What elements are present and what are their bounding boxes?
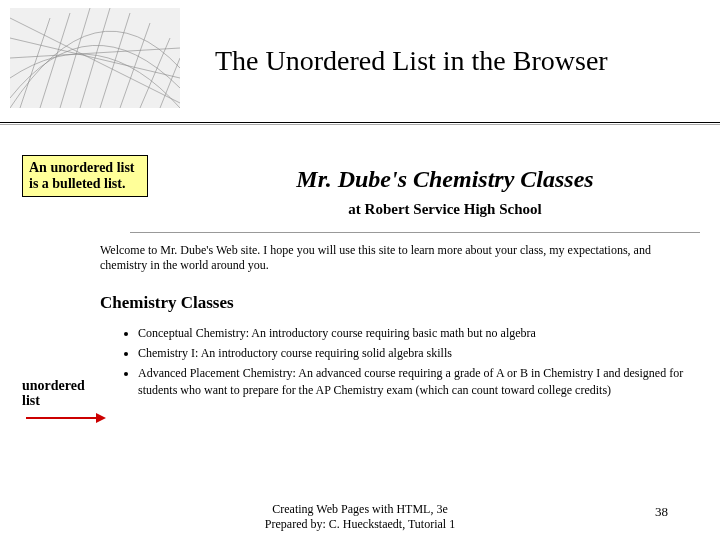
welcome-paragraph: Welcome to Mr. Dube's Web site. I hope y… (100, 243, 690, 273)
page-number: 38 (655, 504, 668, 520)
decorative-mesh-image (10, 8, 180, 108)
list-item: Advanced Placement Chemistry: An advance… (138, 365, 698, 397)
footer-line-2: Prepared by: C. Hueckstaedt, Tutorial 1 (0, 517, 720, 532)
page-heading: Mr. Dube's Chemistry Classes (190, 166, 700, 193)
list-item: Conceptual Chemistry: An introductory co… (138, 325, 698, 341)
slide-header: The Unordered List in the Browser (0, 0, 720, 115)
divider (0, 122, 720, 123)
unordered-list: Conceptual Chemistry: An introductory co… (120, 325, 700, 398)
svg-marker-2 (96, 413, 106, 423)
browser-preview: Mr. Dube's Chemistry Classes at Robert S… (130, 160, 700, 402)
callout-text: An unordered list is a bulleted list. (29, 160, 135, 191)
slide-title: The Unordered List in the Browser (215, 45, 608, 77)
slide-footer: Creating Web Pages with HTML, 3e Prepare… (0, 502, 720, 532)
footer-line-1: Creating Web Pages with HTML, 3e (0, 502, 720, 517)
list-item: Chemistry I: An introductory course requ… (138, 345, 698, 361)
arrow-label: unordered list (22, 378, 102, 409)
horizontal-rule (130, 232, 700, 233)
page-subheading: at Robert Service High School (190, 201, 700, 218)
divider-shadow (0, 124, 720, 125)
section-heading: Chemistry Classes (100, 293, 700, 313)
arrow-icon (26, 410, 106, 428)
